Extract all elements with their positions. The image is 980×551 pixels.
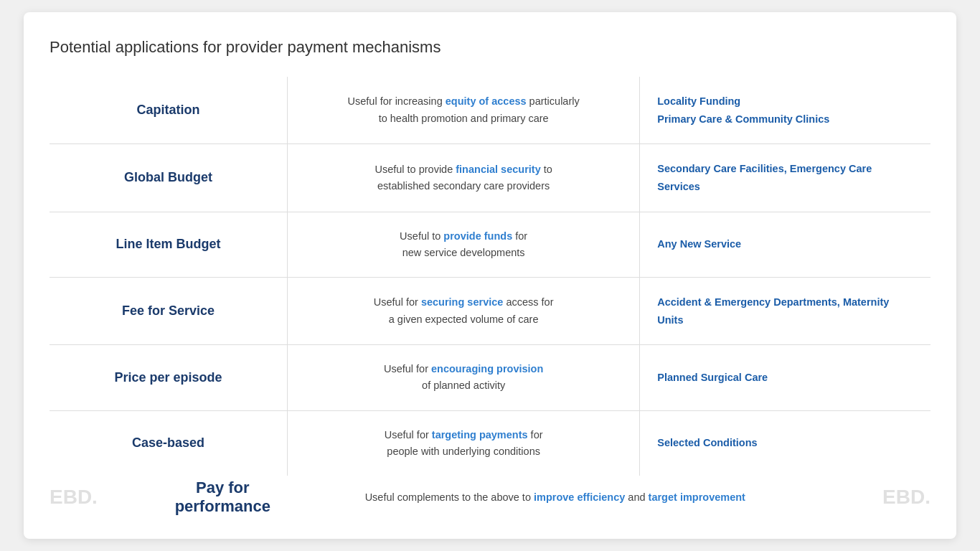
watermark-left: EBD. <box>50 486 98 509</box>
example-line1-line-item-budget: Any New Service <box>657 235 913 253</box>
mechanism-label-capitation: Capitation <box>137 103 200 117</box>
example-line1-price-per-episode: Planned Surgical Care <box>657 369 913 387</box>
main-card: Potential applications for provider paym… <box>24 12 956 539</box>
mechanism-cell-global-budget: Global Budget <box>50 144 288 212</box>
table-row-price-per-episode: Price per episodeUseful for encouraging … <box>50 345 930 410</box>
examples-cell-price-per-episode: Planned Surgical Care <box>640 345 930 410</box>
mechanism-label-line-item-budget: Line Item Budget <box>116 237 221 251</box>
last-row-highlight1: improve efficiency <box>534 491 625 503</box>
examples-cell-case-based: Selected Conditions <box>640 410 930 476</box>
mechanism-label-case-based: Case-based <box>132 435 204 450</box>
highlight-global-budget: financial security <box>456 164 540 175</box>
mechanism-cell-case-based: Case-based <box>50 410 288 476</box>
examples-cell-line-item-budget: Any New Service <box>640 212 930 277</box>
table-row-case-based: Case-basedUseful for targeting payments … <box>50 410 930 476</box>
example-line1-fee-for-service: Accident & Emergency Departments, Matern… <box>657 293 913 329</box>
page-title: Potential applications for provider paym… <box>50 38 930 57</box>
example-line1-case-based: Selected Conditions <box>657 434 913 452</box>
highlight-fee-for-service: securing service <box>421 296 503 308</box>
description-cell-price-per-episode: Useful for encouraging provisionof plann… <box>288 345 640 410</box>
highlight-capitation: equity of access <box>446 95 527 107</box>
description-cell-global-budget: Useful to provide financial security toe… <box>288 144 640 212</box>
mechanism-label-price-per-episode: Price per episode <box>114 370 222 385</box>
mechanism-label-global-budget: Global Budget <box>124 170 212 184</box>
last-row-highlight2: target improvement <box>649 491 745 503</box>
highlight-case-based: targeting payments <box>432 429 528 441</box>
description-cell-line-item-budget: Useful to provide funds fornew service d… <box>288 212 640 277</box>
example-line1-capitation: Locality Funding <box>657 93 913 110</box>
table-row-global-budget: Global BudgetUseful to provide financial… <box>50 144 930 212</box>
mechanism-cell-price-per-episode: Price per episode <box>50 345 288 410</box>
examples-cell-fee-for-service: Accident & Emergency Departments, Matern… <box>640 277 930 344</box>
description-cell-capitation: Useful for increasing equity of access p… <box>288 77 640 144</box>
examples-cell-capitation: Locality FundingPrimary Care & Community… <box>640 77 930 144</box>
pay-for-performance-label: Pay forperformance <box>175 479 270 515</box>
bottom-row: EBD. Pay forperformance Useful complemen… <box>50 476 930 519</box>
description-cell-case-based: Useful for targeting payments forpeople … <box>288 410 640 476</box>
description-cell-fee-for-service: Useful for securing service access fora … <box>288 277 640 344</box>
watermark-right: EBD. <box>882 486 930 509</box>
last-row-description: Useful complements to the above to impro… <box>348 476 882 519</box>
table-row-line-item-budget: Line Item BudgetUseful to provide funds … <box>50 212 930 277</box>
table-row-capitation: CapitationUseful for increasing equity o… <box>50 77 930 144</box>
payment-mechanisms-table: CapitationUseful for increasing equity o… <box>50 77 930 476</box>
mechanism-cell-fee-for-service: Fee for Service <box>50 277 288 344</box>
last-row-mechanism: Pay forperformance <box>98 479 348 516</box>
example-line2-capitation: Primary Care & Community Clinics <box>657 110 913 128</box>
mechanism-label-fee-for-service: Fee for Service <box>122 303 215 318</box>
mechanism-cell-line-item-budget: Line Item Budget <box>50 212 288 277</box>
highlight-price-per-episode: encouraging provision <box>431 363 543 375</box>
highlight-line-item-budget: provide funds <box>443 230 512 242</box>
mechanism-cell-capitation: Capitation <box>50 77 288 144</box>
table-row-fee-for-service: Fee for ServiceUseful for securing servi… <box>50 277 930 344</box>
example-line1-global-budget: Secondary Care Facilities, Emergency Car… <box>657 160 913 195</box>
examples-cell-global-budget: Secondary Care Facilities, Emergency Car… <box>640 144 930 212</box>
